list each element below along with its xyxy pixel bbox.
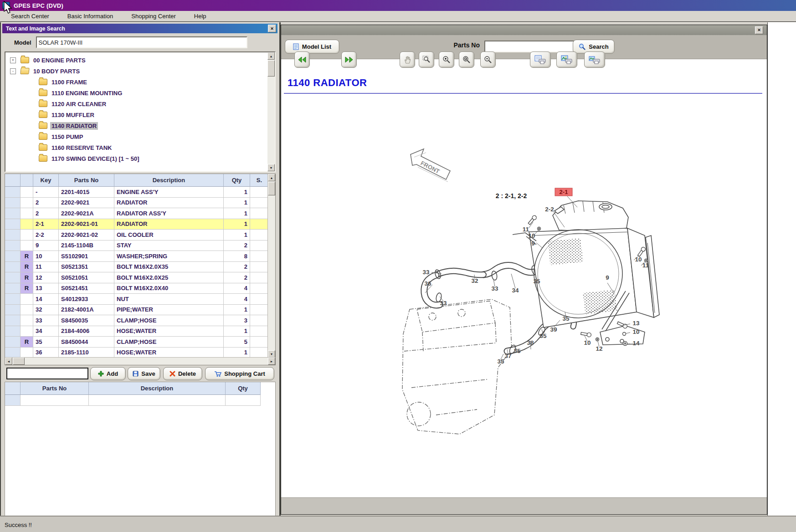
previous-page-button[interactable] xyxy=(294,51,310,68)
save-button[interactable]: Save xyxy=(128,367,160,380)
scroll-down-icon[interactable]: ▼ xyxy=(267,164,275,171)
tree-item-label: 1150 PUMP xyxy=(50,133,84,141)
column-header[interactable] xyxy=(5,174,21,187)
column-header[interactable]: Qty xyxy=(224,174,250,187)
scroll-right-icon[interactable]: ► xyxy=(268,358,275,365)
tree-expander-icon[interactable]: - xyxy=(10,68,16,74)
svg-text:2-1: 2-1 xyxy=(560,189,568,195)
zoom-in-button[interactable] xyxy=(439,51,454,68)
model-list-button[interactable]: Model List xyxy=(285,40,339,54)
tree-item[interactable]: 1110 ENGINE MOUNTING xyxy=(5,87,267,98)
parts-table-row[interactable]: R12S0521051BOLT M16X2.0X252 xyxy=(5,272,275,283)
column-header[interactable]: Description xyxy=(89,382,226,395)
parts-table-row[interactable]: 342184-4006HOSE;WATER1 xyxy=(5,326,275,337)
print-image-button[interactable] xyxy=(556,51,577,68)
next-page-button[interactable] xyxy=(341,51,357,68)
scroll-thumb[interactable] xyxy=(13,358,25,365)
plus-icon xyxy=(98,371,104,377)
column-header[interactable]: Description xyxy=(114,174,224,187)
scroll-thumb[interactable] xyxy=(268,182,275,195)
scroll-down-icon[interactable]: ▼ xyxy=(268,350,275,358)
key-cell: 35 xyxy=(33,337,59,348)
parts-table-row[interactable]: R11S0521351BOLT M16X2.0X352 xyxy=(5,262,275,273)
menu-basic-information[interactable]: Basic Information xyxy=(67,13,113,20)
parts-table-row[interactable]: 92145-1104BSTAY2 xyxy=(5,240,275,251)
scroll-left-icon[interactable]: ◄ xyxy=(5,358,12,365)
parts-table-row[interactable]: 2-12202-9021-01RADIATOR1 xyxy=(5,219,275,230)
tree-item-label: 1100 FRAME xyxy=(50,78,88,86)
highlighted-callout[interactable]: 2-1 xyxy=(555,188,572,196)
menu-help[interactable]: Help xyxy=(194,13,206,20)
column-header[interactable]: S. xyxy=(250,174,269,187)
tree-item[interactable]: 1120 AIR CLEANER xyxy=(5,98,267,109)
qty-cell: 2 xyxy=(224,240,250,251)
parts-table-row[interactable]: 22202-9021ARADIATOR ASS'Y1 xyxy=(5,208,275,219)
parts-table-row[interactable]: 14S4012933NUT4 xyxy=(5,294,275,305)
s-cell xyxy=(250,230,269,240)
parts-table-hscrollbar[interactable]: ◄ ► xyxy=(5,357,275,365)
shopping-cart-button[interactable]: Shopping Cart xyxy=(205,367,274,380)
tree-item[interactable]: +00 ENGINE PARTS xyxy=(5,55,267,66)
cart-table-row[interactable] xyxy=(5,395,275,406)
tree-scrollbar[interactable]: ▲ ▼ xyxy=(267,52,275,171)
parts-no-entry-input[interactable] xyxy=(6,368,88,379)
zoom-out-button[interactable] xyxy=(480,51,496,68)
column-header[interactable] xyxy=(5,382,21,395)
zoom-actual-button[interactable] xyxy=(459,51,474,68)
tree-item[interactable]: 1150 PUMP xyxy=(5,131,267,142)
parts-table-row[interactable]: 22202-9021RADIATOR1 xyxy=(5,198,275,209)
column-header[interactable] xyxy=(21,174,33,187)
row-header xyxy=(5,208,21,219)
delete-button[interactable]: Delete xyxy=(163,367,202,380)
tree-item[interactable]: 1100 FRAME xyxy=(5,77,267,87)
parts-table-row[interactable]: -2201-4015ENGINE ASS'Y1 xyxy=(5,187,275,198)
double-arrow-left-icon xyxy=(298,56,306,63)
description-cell: RADIATOR ASS'Y xyxy=(114,208,224,219)
parts-table-row[interactable]: R35S8450044CLAMP;HOSE5 xyxy=(5,337,275,348)
zoom-select-button[interactable] xyxy=(419,51,434,68)
scroll-up-icon[interactable]: ▲ xyxy=(268,174,275,181)
qty-cell: 1 xyxy=(224,198,250,209)
parts-table-row[interactable]: 2-22202-9021-02OIL COOLER1 xyxy=(5,230,275,240)
tree-item[interactable]: 1160 RESERVE TANK xyxy=(5,142,267,153)
parts-no-cell: S0521051 xyxy=(59,272,114,283)
parts-table-row[interactable]: 362185-1110HOSE;WATER1 xyxy=(5,348,275,358)
parts-table-row[interactable]: R10S5102901WASHER;SPRING8 xyxy=(5,251,275,262)
s-cell xyxy=(250,262,269,273)
diagram-callout: 10 xyxy=(635,256,642,263)
column-header[interactable]: Qty xyxy=(226,382,261,395)
qty-cell: 1 xyxy=(224,187,250,198)
parts-table-row[interactable]: 322182-4001APIPE;WATER1 xyxy=(5,305,275,316)
description-cell: NUT xyxy=(114,294,224,305)
restricted-flag: R xyxy=(21,283,33,294)
parts-table-row[interactable]: 33S8450035CLAMP;HOSE3 xyxy=(5,315,275,326)
scroll-up-icon[interactable]: ▲ xyxy=(267,52,275,60)
tree-item[interactable]: 1140 RADIATOR xyxy=(5,120,267,131)
parts-table-scrollbar[interactable]: ▲ ▼ xyxy=(267,174,275,358)
image-view-close-button[interactable]: ✕ xyxy=(755,26,763,34)
column-header[interactable]: Key xyxy=(33,174,59,187)
parts-no-search-input[interactable] xyxy=(484,41,575,52)
row-header xyxy=(5,262,21,273)
tree-item[interactable]: -10 BODY PARTS xyxy=(5,66,267,77)
print-preview-button[interactable] xyxy=(584,51,605,68)
key-cell: 2-2 xyxy=(33,230,59,240)
parts-table-row[interactable]: R13S0521451BOLT M16X2.0X404 xyxy=(5,283,275,294)
panel-close-button[interactable]: ✕ xyxy=(268,25,276,32)
parts-no-cell: 2145-1104B xyxy=(59,240,114,251)
qty-cell: 1 xyxy=(224,326,250,337)
s-cell xyxy=(250,272,269,283)
tree-expander-icon[interactable]: + xyxy=(10,57,16,63)
add-button[interactable]: Add xyxy=(90,367,126,380)
scroll-thumb[interactable] xyxy=(267,60,275,77)
model-input[interactable] xyxy=(36,36,247,48)
column-header[interactable]: Parts No xyxy=(21,382,89,395)
tree-item[interactable]: 1170 SWING DEVICE(1) [1 ~ 50] xyxy=(5,153,267,164)
menu-search-center[interactable]: Search Center xyxy=(11,13,49,20)
tree-item[interactable]: 1130 MUFFLER xyxy=(5,109,267,120)
pan-tool-button[interactable] xyxy=(400,51,415,68)
menu-shopping-center[interactable]: Shopping Center xyxy=(131,13,176,20)
key-cell: 34 xyxy=(33,326,59,337)
print-list-button[interactable] xyxy=(530,51,551,68)
column-header[interactable]: Parts No xyxy=(59,174,114,187)
